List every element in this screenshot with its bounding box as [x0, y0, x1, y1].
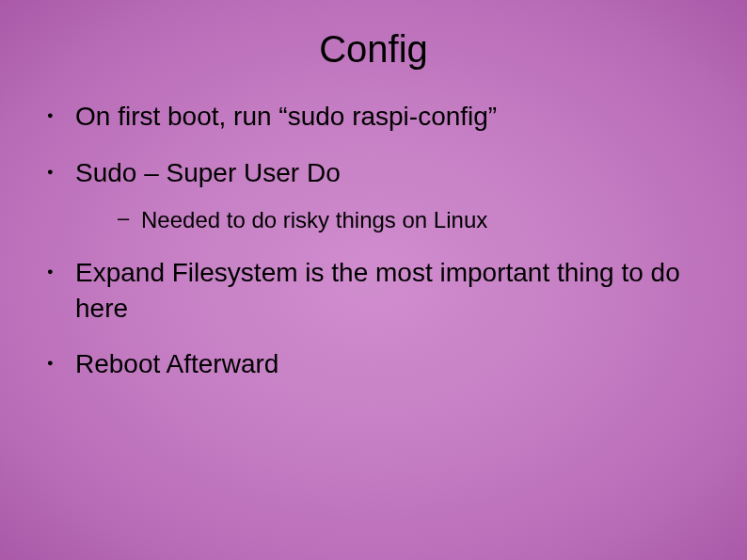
- main-list: On first boot, run “sudo raspi-config” S…: [38, 99, 709, 382]
- sub-list-item: Needed to do risky things on Linux: [75, 205, 709, 234]
- slide-content: On first boot, run “sudo raspi-config” S…: [38, 99, 709, 382]
- bullet-text: Reboot Afterward: [75, 349, 278, 378]
- bullet-text: Expand Filesystem is the most important …: [75, 258, 680, 323]
- slide-title: Config: [38, 28, 709, 71]
- list-item: Expand Filesystem is the most important …: [38, 255, 709, 327]
- list-item: Reboot Afterward: [38, 346, 709, 382]
- sub-bullet-text: Needed to do risky things on Linux: [141, 207, 487, 232]
- bullet-text: Sudo – Super User Do: [75, 158, 341, 187]
- list-item: Sudo – Super User Do Needed to do risky …: [38, 155, 709, 234]
- slide: Config On first boot, run “sudo raspi-co…: [0, 0, 747, 560]
- sub-list: Needed to do risky things on Linux: [75, 205, 709, 234]
- bullet-text: On first boot, run “sudo raspi-config”: [75, 102, 497, 131]
- list-item: On first boot, run “sudo raspi-config”: [38, 99, 709, 135]
